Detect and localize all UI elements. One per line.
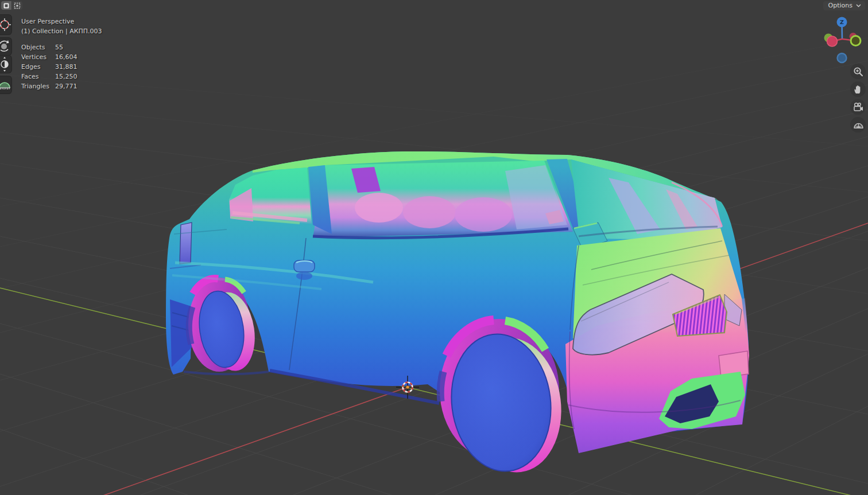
toolbar-transform-tool[interactable] — [0, 56, 11, 73]
viewport-overlay-text: User Perspective (1) Collection | АКПП.0… — [21, 17, 102, 91]
gizmo-y-pos[interactable] — [851, 36, 861, 46]
measure-tool-icon — [0, 76, 11, 93]
select-mode-group[interactable] — [1, 1, 22, 10]
cursor-tool-icon — [0, 15, 11, 34]
stat-row: Triangles29,771 — [21, 81, 102, 91]
camera-view-icon — [852, 102, 864, 113]
pan-button[interactable] — [850, 81, 866, 97]
zoom-button[interactable] — [850, 64, 866, 79]
car-model — [166, 151, 749, 478]
gizmo-z-neg[interactable] — [838, 53, 847, 63]
select-box-extend-icon[interactable] — [11, 1, 22, 10]
viewport-nav-buttons — [850, 64, 866, 132]
gizmo-x-pos[interactable] — [827, 36, 838, 46]
toolbar-measure-tool[interactable] — [0, 76, 11, 93]
gizmo-z-label: Z — [840, 19, 844, 25]
toolbar-cursor-tool[interactable] — [0, 15, 11, 34]
transform-tool-icon — [0, 56, 11, 73]
options-button[interactable]: Options — [823, 1, 865, 10]
rotate-tool-icon — [0, 38, 11, 55]
stat-row: Faces15,250 — [21, 72, 102, 81]
chevron-down-icon — [856, 4, 861, 7]
select-box-set-icon[interactable] — [1, 1, 11, 10]
camera-view-button[interactable] — [850, 99, 866, 115]
stat-row: Objects55 — [21, 42, 102, 52]
stat-row: Edges31,881 — [21, 62, 102, 72]
projection-icon — [852, 119, 864, 131]
toolbar-rotate-tool[interactable] — [0, 38, 11, 55]
zoom-icon — [852, 66, 864, 77]
blender-3d-viewport[interactable]: Options User Perspective (1) Collection … — [0, 0, 868, 495]
view-mode-label: User Perspective — [21, 17, 102, 26]
pan-hand-icon — [852, 84, 864, 95]
collection-breadcrumb: (1) Collection | АКПП.003 — [21, 26, 102, 36]
navigation-gizmo[interactable]: Z — [818, 14, 868, 66]
stat-row: Vertices16,604 — [21, 52, 102, 62]
viewport-canvas[interactable] — [0, 0, 868, 495]
options-label: Options — [828, 2, 852, 9]
projection-toggle-button[interactable] — [850, 117, 866, 132]
taillight — [180, 223, 192, 264]
